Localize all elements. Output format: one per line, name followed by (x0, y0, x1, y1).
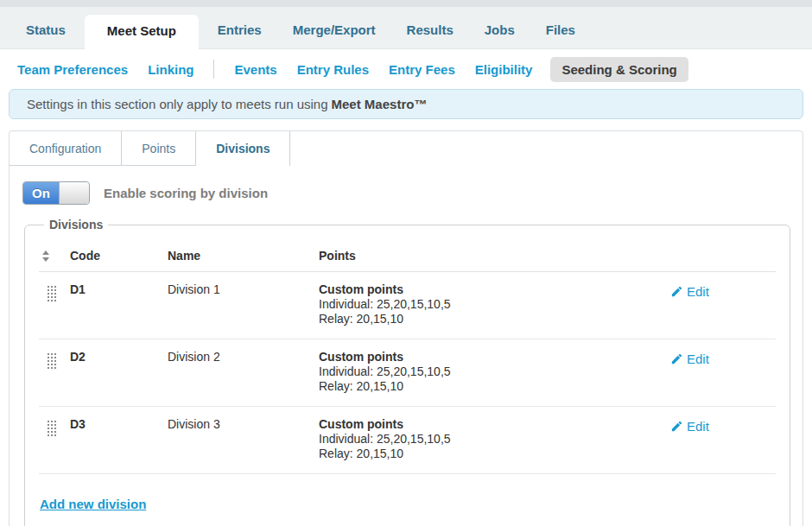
edit-link-label: Edit (687, 352, 709, 366)
drag-handle-icon[interactable] (47, 285, 56, 301)
tab-jobs[interactable]: Jobs (469, 15, 530, 48)
tab-files[interactable]: Files (530, 15, 591, 48)
subnav-linking[interactable]: Linking (148, 62, 193, 77)
points-relay: Relay: 20,15,10 (319, 379, 655, 394)
division-points: Custom points Individual: 25,20,15,10,5 … (319, 282, 655, 326)
tab-divisions[interactable]: Divisions (196, 131, 290, 166)
sort-up-arrow-icon (42, 250, 49, 255)
subnav-divider (213, 60, 214, 79)
page-top-strip (0, 0, 812, 7)
points-individual: Individual: 25,20,15,10,5 (319, 297, 655, 312)
division-name: Division 2 (168, 350, 319, 364)
sort-icon[interactable] (41, 250, 50, 262)
edit-link-label: Edit (687, 284, 709, 299)
column-header-name: Name (168, 249, 319, 263)
tab-configuration[interactable]: Configuration (10, 131, 122, 166)
pencil-icon (670, 352, 683, 365)
tab-points[interactable]: Points (122, 131, 196, 166)
subnav-seeding-scoring[interactable]: Seeding & Scoring (550, 57, 688, 82)
points-type: Custom points (319, 417, 655, 431)
drag-handle-icon[interactable] (47, 352, 56, 369)
division-scoring-toggle-row: On Enable scoring by division (22, 181, 802, 205)
divisions-fieldset: Divisions Code Name Points D1 Division 1… (24, 218, 790, 526)
edit-division-button[interactable]: Edit (655, 284, 776, 299)
sort-down-arrow-icon (42, 257, 49, 262)
points-relay: Relay: 20,15,10 (319, 447, 655, 461)
divisions-legend: Divisions (44, 218, 108, 231)
banner-brand: Meet Maestro™ (332, 97, 428, 111)
banner-text: Settings in this section only apply to m… (27, 97, 328, 111)
tab-meet-setup[interactable]: Meet Setup (85, 15, 199, 49)
tab-merge-export[interactable]: Merge/Export (277, 15, 391, 48)
edit-division-button[interactable]: Edit (655, 419, 776, 434)
points-relay: Relay: 20,15,10 (319, 312, 655, 326)
main-tabbar: Status Meet Setup Entries Merge/Export R… (0, 7, 812, 49)
points-individual: Individual: 25,20,15,10,5 (319, 432, 655, 447)
toggle-knob[interactable] (59, 182, 89, 204)
divisions-table-header: Code Name Points (39, 235, 776, 272)
toggle-on-label: On (23, 182, 59, 204)
table-row: D2 Division 2 Custom points Individual: … (39, 339, 776, 407)
tab-status[interactable]: Status (10, 15, 81, 48)
subnav-entry-fees[interactable]: Entry Fees (389, 62, 455, 77)
column-header-points: Points (319, 249, 655, 263)
drag-handle-icon[interactable] (47, 420, 56, 436)
toggle-description: Enable scoring by division (104, 186, 268, 200)
points-type: Custom points (319, 282, 655, 296)
subnav-eligibility[interactable]: Eligibility (475, 62, 533, 77)
division-points: Custom points Individual: 25,20,15,10,5 … (319, 350, 655, 394)
division-code: D2 (70, 350, 168, 364)
subnav-events[interactable]: Events (234, 62, 276, 77)
division-code: D3 (70, 417, 168, 431)
division-name: Division 3 (168, 417, 319, 431)
scoring-section-tabs: Configuration Points Divisions (10, 131, 802, 166)
meet-maestro-banner: Settings in this section only apply to m… (9, 89, 803, 119)
table-row: D1 Division 1 Custom points Individual: … (39, 272, 776, 339)
division-name: Division 1 (168, 282, 319, 296)
edit-link-label: Edit (687, 419, 709, 434)
points-individual: Individual: 25,20,15,10,5 (319, 364, 655, 379)
meet-setup-subnav: Team Preferences Linking Events Entry Ru… (0, 49, 812, 89)
edit-division-button[interactable]: Edit (655, 352, 776, 366)
division-code: D1 (70, 282, 168, 296)
tab-entries[interactable]: Entries (202, 15, 277, 48)
subnav-entry-rules[interactable]: Entry Rules (297, 62, 369, 77)
enable-division-scoring-toggle[interactable]: On (22, 181, 90, 205)
seeding-scoring-panel: Configuration Points Divisions On Enable… (9, 130, 803, 526)
add-new-division-link[interactable]: Add new division (40, 497, 146, 511)
column-header-code: Code (70, 249, 168, 263)
subnav-team-preferences[interactable]: Team Preferences (17, 62, 128, 77)
tab-results[interactable]: Results (391, 15, 469, 48)
pencil-icon (670, 285, 683, 298)
pencil-icon (670, 420, 683, 433)
table-row: D3 Division 3 Custom points Individual: … (39, 407, 776, 474)
division-points: Custom points Individual: 25,20,15,10,5 … (319, 417, 655, 461)
points-type: Custom points (319, 350, 655, 364)
